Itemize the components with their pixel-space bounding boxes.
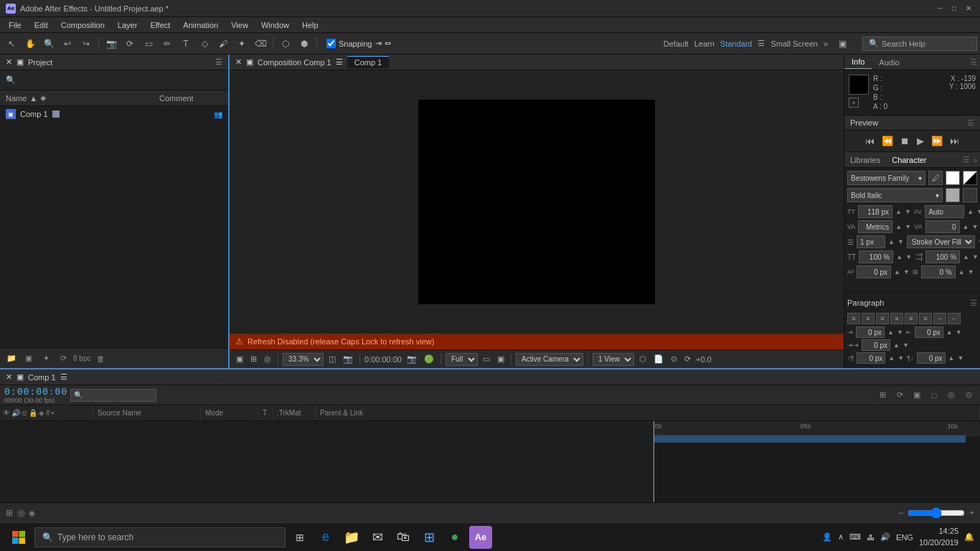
project-panel-menu[interactable]: ☰ [215, 57, 222, 67]
para-direction-rtl[interactable]: ← [948, 313, 961, 324]
para-arrow-dn-2[interactable]: ▼ [956, 329, 962, 336]
timeline-ruler[interactable]: 0s 05s 10s [653, 421, 980, 502]
taskbar-keyboard-icon[interactable]: ⌨ [849, 532, 861, 542]
workspace-more-icon[interactable]: » [824, 39, 828, 48]
vc-camera-icon[interactable]: 📷 [405, 354, 419, 364]
tab-character[interactable]: Character [886, 154, 932, 166]
char-panel-expand[interactable]: » [973, 156, 980, 164]
vc-resolution-select[interactable]: Full [446, 353, 478, 366]
vc-grid-icon[interactable]: ⊞ [248, 354, 259, 364]
tab-libraries[interactable]: Libraries [844, 154, 886, 166]
tsume-arrow-up[interactable]: ▲ [958, 268, 965, 276]
para-arrow-up-2[interactable]: ▲ [946, 329, 953, 336]
workspace-edit-button[interactable]: ▣ [834, 36, 851, 52]
taskbar-network-icon[interactable]: 🖧 [867, 533, 875, 542]
comp-panel-menu[interactable]: ☰ [336, 57, 343, 67]
font-size-arrow-dn[interactable]: ▼ [905, 208, 911, 215]
kerning-arrow-up[interactable]: ▲ [963, 223, 969, 230]
para-arrow-up-1[interactable]: ▲ [887, 329, 894, 336]
vc-snapshot[interactable]: 📷 [341, 354, 355, 364]
vc-views-select[interactable]: 1 View [593, 353, 634, 366]
minimize-button[interactable]: ─ [934, 3, 946, 14]
tl-footer-icon-1[interactable]: ⊞ [6, 508, 13, 518]
footer-effects[interactable]: ✦ [39, 352, 53, 365]
tool-pen[interactable]: ✏ [159, 36, 176, 52]
taskbar-edge[interactable]: e [314, 526, 337, 549]
timeline-playhead[interactable] [654, 421, 654, 502]
tool-eraser[interactable]: ⌫ [252, 36, 269, 52]
tool-paint[interactable]: 🖌 [215, 36, 232, 52]
vscale-arrow-up[interactable]: ▲ [963, 253, 969, 260]
vc-viewer-options[interactable]: ▣ [234, 354, 245, 364]
tool-puppet2[interactable]: ⬢ [296, 36, 313, 52]
para-space-before-input[interactable] [857, 352, 885, 364]
tracking-input[interactable] [858, 220, 892, 233]
maximize-button[interactable]: □ [948, 3, 960, 14]
vc-render-icon[interactable]: ⊙ [669, 354, 679, 364]
menu-effect[interactable]: Effect [144, 19, 176, 31]
hscale-arrow-dn[interactable]: ▼ [905, 253, 912, 260]
taskbar-chevron-icon[interactable]: ∧ [838, 532, 844, 542]
tool-shape[interactable]: ◇ [196, 36, 213, 52]
taskbar-notification-icon[interactable]: 🔔 [964, 532, 974, 542]
vscale-input[interactable] [925, 250, 960, 263]
taskbar-search-box[interactable]: 🔍 Type here to search [34, 527, 286, 547]
tl-solo-icon[interactable]: ◎ [944, 389, 958, 402]
footer-new-comp[interactable]: ▣ [22, 352, 36, 365]
baseline-arrow-dn[interactable]: ▼ [903, 268, 910, 276]
stroke-arrow-dn[interactable]: ▼ [897, 238, 904, 245]
taskbar-microsoft-store[interactable]: ⊞ [418, 526, 440, 549]
tool-redo[interactable]: ↪ [77, 36, 95, 52]
font-style-color-2[interactable] [963, 188, 977, 202]
taskbar-file-explorer[interactable]: 📁 [340, 526, 363, 549]
vc-display-icon[interactable]: ◎ [262, 354, 273, 364]
tool-camera[interactable]: 📷 [103, 36, 120, 52]
composition-canvas[interactable] [418, 100, 655, 304]
kerning-arrow-dn[interactable]: ▼ [971, 223, 978, 230]
info-panel-menu[interactable]: ☰ [970, 57, 980, 67]
workspace-standard[interactable]: Standard [720, 39, 753, 48]
tool-hand[interactable]: ✋ [22, 36, 39, 52]
taskbar-chrome[interactable]: ● [443, 526, 466, 549]
footer-flow[interactable]: ⟳ [56, 352, 70, 365]
preview-menu[interactable]: ☰ [967, 118, 974, 128]
tool-text[interactable]: T [177, 36, 194, 52]
workspace-default[interactable]: Default [664, 39, 689, 48]
para-arrow-dn-1[interactable]: ▼ [897, 329, 903, 336]
font-family-dropdown[interactable]: Bestowens Family ▾ [847, 171, 925, 185]
tool-zoom[interactable]: 🔍 [40, 36, 57, 52]
snapping-checkbox[interactable] [326, 39, 336, 48]
vc-toggle-icon[interactable]: ⟳ [682, 354, 693, 364]
tl-footer-zoom-in[interactable]: + [969, 508, 974, 518]
para-align-justify-all[interactable]: ≡ [905, 313, 918, 324]
para-direction-ltr[interactable]: → [933, 313, 946, 324]
stroke-type-select[interactable]: Stroke Over Fill [907, 235, 975, 248]
taskbar-volume-icon[interactable]: 🔊 [880, 532, 890, 542]
para-align-justify[interactable]: ≡ [890, 313, 903, 324]
timeline-close[interactable]: ✕ [6, 372, 12, 382]
font-size-input[interactable] [858, 205, 892, 218]
tool-rotate[interactable]: ⟳ [121, 36, 138, 52]
menu-help[interactable]: Help [296, 19, 324, 31]
menu-animation[interactable]: Animation [177, 19, 224, 31]
vc-safe-zones[interactable]: ▣ [495, 354, 507, 364]
hscale-input[interactable] [859, 250, 893, 263]
font-picker-button[interactable]: 🖊 [928, 171, 943, 185]
footer-new-folder[interactable]: 📁 [4, 352, 19, 365]
taskbar-mail[interactable]: ✉ [366, 526, 389, 549]
tool-select[interactable]: ↖ [3, 36, 20, 52]
tracking-arrow-dn[interactable]: ▼ [905, 223, 911, 230]
tool-clone[interactable]: ✦ [233, 36, 250, 52]
para-first-indent-input[interactable] [862, 339, 890, 351]
vc-zoom-select[interactable]: 33.3% [283, 353, 324, 366]
workspace-learn[interactable]: Learn [694, 39, 715, 48]
preview-stop[interactable]: ⏹ [898, 134, 912, 148]
menu-view[interactable]: View [225, 19, 254, 31]
vc-3d-icon[interactable]: ⬡ [637, 354, 649, 364]
comp-tab-comp1[interactable]: Comp 1 [347, 56, 390, 68]
para-arrow-up-5[interactable]: ▲ [948, 354, 955, 362]
leading-arrow-up[interactable]: ▲ [967, 208, 974, 215]
font-style-color-1[interactable] [946, 188, 960, 202]
current-time-display[interactable]: 0:00:00:00 [4, 386, 67, 397]
tl-graph-icon[interactable]: ⊞ [875, 389, 890, 402]
